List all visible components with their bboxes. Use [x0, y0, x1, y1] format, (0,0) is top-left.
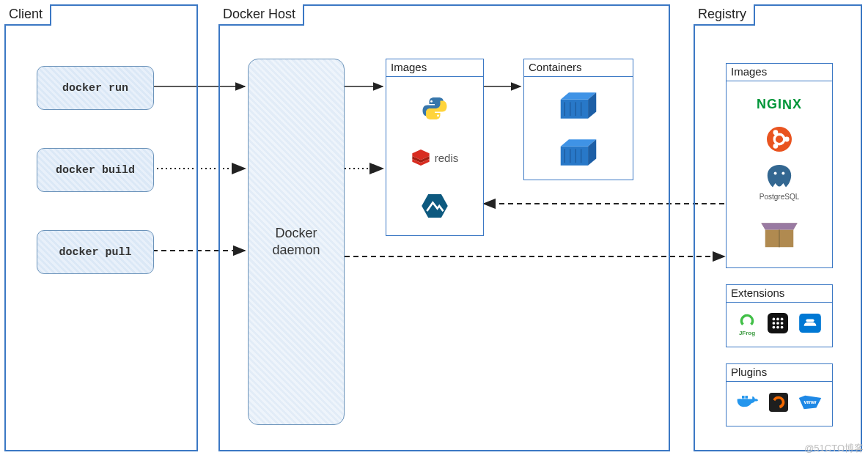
host-panel: Docker Host Docker daemon Images redis C… — [218, 4, 670, 451]
registry-images-box: Images NGINX PostgreSQL — [726, 63, 833, 268]
cmd-label: docker build — [56, 164, 135, 177]
nginx-icon: NGINX — [727, 89, 832, 119]
svg-rect-29 — [806, 319, 814, 322]
svg-point-21 — [781, 318, 784, 321]
postgresql-icon: PostgreSQL — [727, 159, 832, 204]
svg-point-27 — [781, 326, 784, 329]
host-title: Docker Host — [218, 4, 304, 26]
daemon-label: Docker daemon — [272, 225, 320, 259]
svg-point-16 — [774, 171, 777, 174]
grafana-plugin-icon — [769, 393, 788, 415]
svg-rect-34 — [745, 396, 748, 399]
vmw-plugin-icon: vmw — [798, 394, 823, 413]
svg-point-26 — [776, 326, 779, 329]
cmd-docker-build: docker build — [37, 148, 154, 192]
host-images-title: Images — [386, 59, 483, 77]
registry-plugins-box: Plugins vmw — [726, 363, 833, 426]
ubuntu-icon — [727, 122, 832, 156]
vscode-icon — [799, 314, 821, 336]
docker-daemon: Docker daemon — [248, 59, 345, 425]
svg-point-13 — [784, 137, 790, 142]
svg-point-14 — [773, 130, 779, 135]
svg-rect-32 — [745, 399, 748, 402]
svg-rect-31 — [742, 399, 745, 402]
registry-images-title: Images — [727, 64, 832, 81]
svg-rect-30 — [739, 399, 742, 402]
python-icon — [386, 87, 483, 130]
container-2-icon — [524, 133, 633, 174]
cmd-docker-pull: docker pull — [37, 230, 154, 274]
svg-point-25 — [773, 326, 776, 329]
client-panel: Client docker run docker build docker pu… — [4, 4, 198, 451]
client-title: Client — [4, 4, 51, 26]
box-icon — [727, 212, 832, 256]
docker-plugin-icon — [736, 394, 760, 414]
host-images-box: Images redis — [386, 59, 484, 236]
svg-point-1 — [437, 114, 439, 117]
cmd-docker-run: docker run — [37, 66, 154, 110]
redis-label: redis — [435, 152, 459, 164]
svg-rect-35 — [769, 393, 788, 412]
cmd-label: docker run — [62, 82, 128, 95]
cmd-label: docker pull — [59, 246, 131, 259]
registry-extensions-box: Extensions JFrog — [726, 284, 833, 347]
registry-panel: Registry Images NGINX PostgreSQL Extensi… — [694, 4, 862, 451]
svg-rect-33 — [742, 396, 745, 399]
registry-title: Registry — [694, 4, 755, 26]
portainer-icon — [768, 313, 788, 336]
watermark: @51CTO博客 — [804, 442, 864, 455]
svg-point-24 — [781, 322, 784, 325]
postgres-label: PostgreSQL — [760, 193, 799, 201]
svg-point-17 — [781, 171, 784, 174]
svg-point-20 — [776, 318, 779, 321]
registry-extensions-title: Extensions — [727, 285, 832, 303]
host-containers-box: Containers — [523, 59, 633, 180]
registry-plugins-title: Plugins — [727, 364, 832, 382]
jfrog-icon: JFrog — [738, 313, 757, 336]
container-1-icon — [524, 86, 633, 127]
redis-icon: redis — [386, 137, 483, 178]
svg-point-22 — [773, 322, 776, 325]
svg-point-19 — [773, 318, 776, 321]
svg-point-15 — [773, 144, 779, 149]
svg-text:vmw: vmw — [804, 399, 817, 405]
host-containers-title: Containers — [524, 59, 633, 77]
svg-point-0 — [430, 100, 433, 103]
svg-point-23 — [776, 322, 779, 325]
alpine-icon — [386, 185, 483, 226]
